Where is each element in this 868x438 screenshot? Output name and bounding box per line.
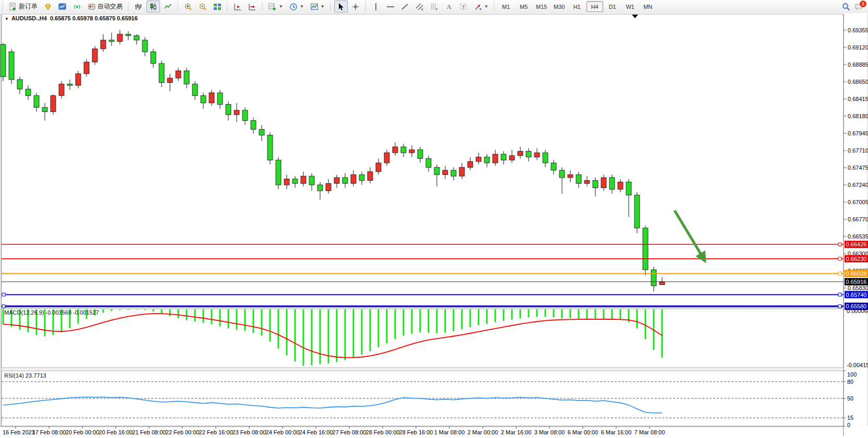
candle-body[interactable] bbox=[267, 135, 273, 160]
candle-body[interactable] bbox=[217, 93, 223, 104]
candle-body[interactable] bbox=[618, 182, 623, 189]
candle-body[interactable] bbox=[626, 182, 631, 195]
timeframe-button-w1[interactable]: W1 bbox=[622, 1, 639, 12]
candle-body[interactable] bbox=[334, 178, 339, 183]
candle-body[interactable] bbox=[384, 153, 389, 163]
candle-body[interactable] bbox=[576, 174, 581, 183]
new-order-button[interactable]: 新订单 bbox=[6, 1, 40, 12]
candle-body[interactable] bbox=[192, 84, 198, 95]
candle-body[interactable] bbox=[601, 178, 606, 188]
candle-body[interactable] bbox=[376, 163, 381, 172]
candle-body[interactable] bbox=[184, 71, 189, 84]
toolbar-grip[interactable] bbox=[329, 2, 333, 11]
candle-body[interactable] bbox=[609, 178, 615, 189]
search-icon[interactable] bbox=[842, 3, 850, 11]
candle-body[interactable] bbox=[251, 120, 256, 129]
candle-body[interactable] bbox=[117, 34, 123, 42]
candle-body[interactable] bbox=[226, 105, 231, 115]
candle-body[interactable] bbox=[559, 170, 565, 178]
candle-body[interactable] bbox=[509, 156, 515, 160]
zoom-out-button[interactable] bbox=[196, 1, 210, 12]
candle-body[interactable] bbox=[518, 151, 523, 155]
candle-body[interactable] bbox=[59, 84, 64, 95]
candle-body[interactable] bbox=[401, 147, 406, 153]
candle-body[interactable] bbox=[634, 195, 640, 228]
candle-body[interactable] bbox=[418, 150, 423, 159]
candle-body[interactable] bbox=[1, 44, 6, 77]
candle-body[interactable] bbox=[109, 40, 114, 42]
candle-body[interactable] bbox=[92, 49, 97, 62]
candle-body[interactable] bbox=[351, 174, 356, 183]
candle-body[interactable] bbox=[234, 110, 239, 115]
candle-body[interactable] bbox=[209, 93, 214, 103]
candle-body[interactable] bbox=[543, 153, 548, 163]
candle-body[interactable] bbox=[259, 129, 264, 135]
candle-body[interactable] bbox=[368, 172, 373, 181]
toolbar-grip[interactable] bbox=[261, 2, 264, 11]
line-handle[interactable] bbox=[838, 293, 841, 296]
timeframe-button-d1[interactable]: D1 bbox=[604, 1, 621, 12]
toolbar-grip[interactable] bbox=[364, 2, 368, 11]
chart-canvas[interactable]: 0.693550.691200.688850.686500.684150.681… bbox=[0, 13, 868, 438]
candle-body[interactable] bbox=[501, 154, 506, 160]
auto-scroll-button[interactable] bbox=[231, 1, 244, 12]
timeframe-button-h1[interactable]: H1 bbox=[569, 1, 585, 12]
candle-body[interactable] bbox=[276, 160, 281, 185]
timeframe-button-mn[interactable]: MN bbox=[640, 1, 656, 12]
candle-body[interactable] bbox=[242, 110, 248, 121]
candle-body[interactable] bbox=[584, 181, 590, 184]
timeframe-button-h4[interactable]: H4 bbox=[586, 1, 603, 12]
candle-body[interactable] bbox=[284, 179, 289, 185]
collapse-triangle-icon[interactable]: ▼ bbox=[5, 17, 9, 21]
candle-body[interactable] bbox=[292, 179, 298, 183]
periods-button[interactable]: ▼ bbox=[287, 1, 307, 12]
candle-body[interactable] bbox=[484, 157, 490, 163]
candle-body[interactable] bbox=[9, 52, 14, 79]
candle-body[interactable] bbox=[409, 150, 414, 153]
candle-body[interactable] bbox=[526, 151, 531, 157]
fibonacci-tool[interactable]: F bbox=[427, 1, 441, 12]
toolbar-grip[interactable] bbox=[226, 2, 229, 11]
candle-body[interactable] bbox=[142, 40, 148, 52]
line-handle[interactable] bbox=[2, 305, 5, 308]
candle-body[interactable] bbox=[84, 62, 89, 73]
pane-splitter[interactable] bbox=[2, 368, 843, 370]
auto-trading-button[interactable]: 自动交易 bbox=[85, 1, 125, 12]
candle-body[interactable] bbox=[359, 174, 364, 180]
candle-body[interactable] bbox=[201, 96, 206, 103]
trendline-tool[interactable] bbox=[398, 1, 412, 12]
candle-body[interactable] bbox=[659, 282, 665, 285]
candle-body[interactable] bbox=[476, 157, 481, 161]
candle-body[interactable] bbox=[176, 71, 181, 78]
crosshair-tool-button[interactable] bbox=[349, 1, 362, 12]
candle-body[interactable] bbox=[26, 89, 31, 96]
candle-body[interactable] bbox=[167, 78, 173, 82]
bar-chart-button[interactable] bbox=[132, 1, 145, 12]
candle-body[interactable] bbox=[159, 64, 164, 83]
candle-body[interactable] bbox=[568, 174, 573, 178]
candle-body[interactable] bbox=[67, 84, 72, 85]
candle-body[interactable] bbox=[434, 167, 439, 174]
templates-button[interactable]: ▼ bbox=[308, 1, 327, 12]
candle-body[interactable] bbox=[426, 158, 431, 167]
timeframe-button-m30[interactable]: M30 bbox=[551, 1, 568, 12]
signals-button[interactable] bbox=[70, 1, 84, 12]
candle-body[interactable] bbox=[393, 147, 398, 153]
candle-body[interactable] bbox=[134, 36, 139, 40]
arrows-tool[interactable]: ▼ bbox=[471, 1, 491, 12]
candle-body[interactable] bbox=[76, 74, 81, 85]
candle-body[interactable] bbox=[451, 170, 456, 176]
candlestick-chart-button[interactable] bbox=[146, 1, 160, 12]
line-handle[interactable] bbox=[2, 293, 5, 296]
candle-body[interactable] bbox=[468, 161, 473, 167]
equidistant-channel-tool[interactable]: E bbox=[413, 1, 426, 12]
candle-body[interactable] bbox=[651, 270, 656, 286]
indicators-button[interactable]: ▼ bbox=[266, 1, 286, 12]
toolbar-grip[interactable] bbox=[1, 2, 5, 11]
candle-body[interactable] bbox=[593, 181, 598, 188]
candle-body[interactable] bbox=[493, 154, 498, 163]
timeframe-button-m15[interactable]: M15 bbox=[533, 1, 550, 12]
candle-body[interactable] bbox=[343, 178, 348, 183]
toolbar-grip[interactable] bbox=[493, 2, 496, 11]
cursor-tool-button[interactable] bbox=[334, 1, 348, 12]
